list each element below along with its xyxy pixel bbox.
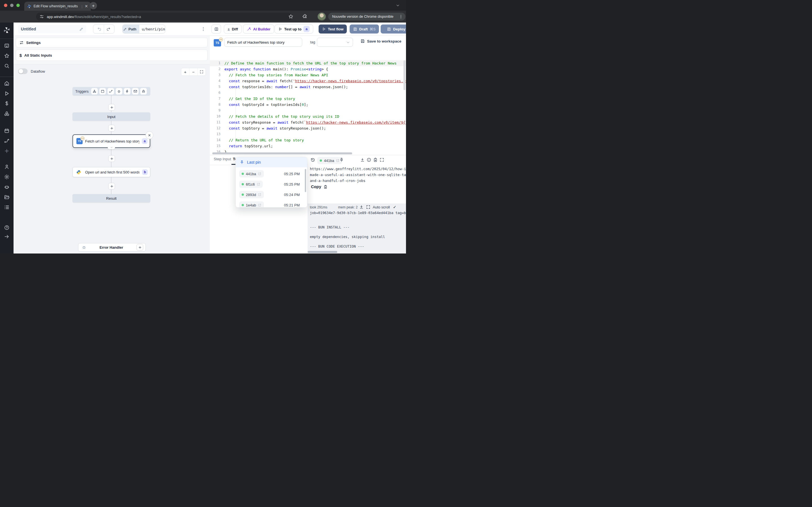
sidebar-item-person-icon[interactable] [4, 164, 10, 170]
expand-icon[interactable] [379, 158, 384, 162]
tab-search-chevron-icon[interactable] [396, 3, 400, 7]
step-name-input[interactable]: Fetch url of HackerNews top story [224, 38, 302, 47]
run-id-pill[interactable]: 6f1c6 [239, 180, 263, 188]
trigger-schedule-icon[interactable] [99, 88, 106, 95]
download-icon[interactable] [360, 158, 365, 162]
code-line-8[interactable]: 8 const topStoryId = topStoriesIds[0]; [210, 102, 406, 108]
sidebar-item-route-icon[interactable] [4, 138, 10, 144]
code-line-5[interactable]: 5 const topStoriesIds: number[] = await … [210, 84, 406, 90]
code-line-3[interactable]: 3 // Fetch the top stories from Hacker N… [210, 72, 406, 78]
minimize-window-button[interactable] [10, 4, 13, 7]
run-id-pill[interactable]: 1e4ab [239, 202, 264, 208]
clipboard-icon[interactable] [373, 158, 378, 162]
add-step-button[interactable] [108, 155, 115, 162]
external-link-icon[interactable] [258, 193, 261, 196]
zoom-in-button[interactable]: + [181, 68, 190, 75]
code-line-15[interactable]: 15 return topStory.url; [210, 143, 406, 149]
result-node[interactable]: Result [72, 194, 150, 203]
path-button[interactable]: Path u/henri/pin [122, 24, 165, 34]
sidebar-item-kiosk-icon[interactable] [4, 43, 10, 48]
profile-avatar[interactable] [317, 12, 326, 21]
info-icon[interactable] [366, 158, 371, 162]
input-node[interactable]: Input [72, 112, 150, 121]
bookmark-star-icon[interactable] [288, 14, 294, 19]
trigger-email-icon[interactable] [132, 88, 139, 95]
diff-button[interactable]: ± Diff [224, 24, 242, 34]
code-line-14[interactable]: 14 // Return the URL of the top story [210, 137, 406, 143]
pin-history-item[interactable]: 1e4ab05:21 PM [239, 201, 300, 208]
external-link-icon[interactable] [258, 172, 261, 175]
history-icon[interactable] [310, 158, 315, 162]
url-field[interactable]: app.windmill.dev/flows/edit/u/henri/pin_… [36, 13, 292, 20]
new-tab-button[interactable]: + [90, 2, 97, 9]
site-settings-icon[interactable] [40, 14, 44, 19]
sidebar-item-arrow-right-icon[interactable] [4, 234, 10, 239]
pin-history-item[interactable]: 2893d05:24 PM [239, 191, 300, 199]
autoscroll-check-icon[interactable]: ✓ [393, 205, 396, 209]
add-error-handler-button[interactable] [137, 244, 143, 251]
all-static-inputs-row[interactable]: $ All Static Inputs [16, 50, 207, 61]
code-editor[interactable]: 1// Define the main function to fetch th… [210, 60, 406, 155]
add-step-button[interactable] [108, 183, 115, 189]
test-flow-button[interactable]: Test flow [319, 24, 347, 34]
sidebar-item-dollar-icon[interactable] [4, 101, 10, 106]
add-step-button[interactable] [108, 125, 115, 131]
step-node-a[interactable]: TS Fetch url of HackerNews top story a ✕ [72, 134, 150, 148]
flow-graph-canvas[interactable]: Dataflow + − Triggers Input TS Fetch url… [13, 64, 210, 253]
browser-tab[interactable]: Edit Flow u/henri/pin_results | ✕ [24, 2, 91, 11]
chrome-update-chip[interactable]: Nouvelle version de Chrome disponible [328, 13, 405, 20]
edit-pencil-icon[interactable] [79, 27, 84, 31]
tag-select[interactable] [317, 38, 353, 47]
code-line-1[interactable]: 1// Define the main function to fetch th… [210, 60, 406, 66]
sidebar-item-play-icon[interactable] [4, 91, 10, 96]
code-line-7[interactable]: 7 // Get the ID of the top story [210, 96, 406, 102]
copy-button[interactable]: Copy [311, 184, 327, 189]
pin-history-item[interactable]: 6f1c605:25 PM [239, 180, 300, 188]
draft-button[interactable]: Draft ⌘S [350, 24, 379, 34]
trigger-poll-icon[interactable] [140, 88, 147, 95]
code-line-11[interactable]: 11 const storyResponse = await fetch(`ht… [210, 119, 406, 125]
code-line-12[interactable]: 12 const topStory = await storyResponse.… [210, 125, 406, 131]
editor-hscrollbar[interactable] [212, 152, 352, 154]
editor-vscrollbar[interactable] [403, 60, 405, 90]
ai-builder-button[interactable]: AI Builder [243, 24, 274, 34]
trigger-websocket-icon[interactable] [116, 88, 122, 95]
extensions-puzzle-icon[interactable] [302, 14, 308, 19]
windmill-logo-icon[interactable] [3, 26, 10, 34]
code-line-10[interactable]: 10 // Fetch the details of the top story… [210, 114, 406, 119]
run-id-pill[interactable]: 441ba [239, 170, 264, 177]
zoom-out-button[interactable]: − [190, 68, 198, 75]
collapse-chevron-icon[interactable] [108, 146, 115, 149]
tab-close-icon[interactable]: ✕ [85, 4, 88, 8]
log-download-icon[interactable] [359, 205, 364, 209]
fit-view-icon[interactable] [198, 68, 206, 75]
docs-button[interactable] [211, 24, 221, 34]
sidebar-item-list-icon[interactable] [4, 205, 10, 210]
run-id-pill[interactable]: 441ba [317, 157, 342, 164]
dataflow-toggle[interactable] [18, 68, 28, 74]
code-line-6[interactable]: 6 [210, 90, 406, 96]
code-line-13[interactable]: 13 [210, 131, 406, 137]
remove-step-button[interactable]: ✕ [146, 131, 153, 139]
external-link-icon[interactable] [258, 203, 261, 207]
add-step-button[interactable] [108, 104, 115, 111]
step-node-b[interactable]: Open url and fetch first 500 words of ..… [72, 167, 150, 177]
pin-icon[interactable] [339, 158, 344, 162]
sidebar-item-star-icon[interactable] [4, 53, 10, 59]
sidebar-item-plus-icon[interactable] [4, 148, 10, 154]
sidebar-item-gear-icon[interactable] [4, 174, 10, 180]
browser-menu-kebab-icon[interactable] [399, 14, 403, 19]
external-link-icon[interactable] [257, 182, 260, 186]
redo-icon[interactable] [106, 27, 110, 31]
dropdown-scrollbar[interactable] [305, 169, 306, 192]
log-hscrollbar[interactable] [308, 251, 337, 253]
undo-icon[interactable] [97, 27, 102, 31]
trigger-route-icon[interactable] [107, 88, 114, 95]
tab-step-input[interactable]: Step Input [214, 157, 231, 161]
run-id-pill[interactable]: 2893d [239, 191, 264, 198]
triggers-node[interactable]: Triggers [72, 87, 150, 96]
log-output[interactable]: job=019634e7-9d30-b7cb-1e89-03a64ed441ba… [310, 211, 406, 249]
trigger-webhook-icon[interactable] [91, 88, 98, 95]
code-line-2[interactable]: 2export async function main(): Promise<s… [210, 66, 406, 72]
pin-history-item[interactable]: 441ba05:25 PM [239, 170, 300, 178]
